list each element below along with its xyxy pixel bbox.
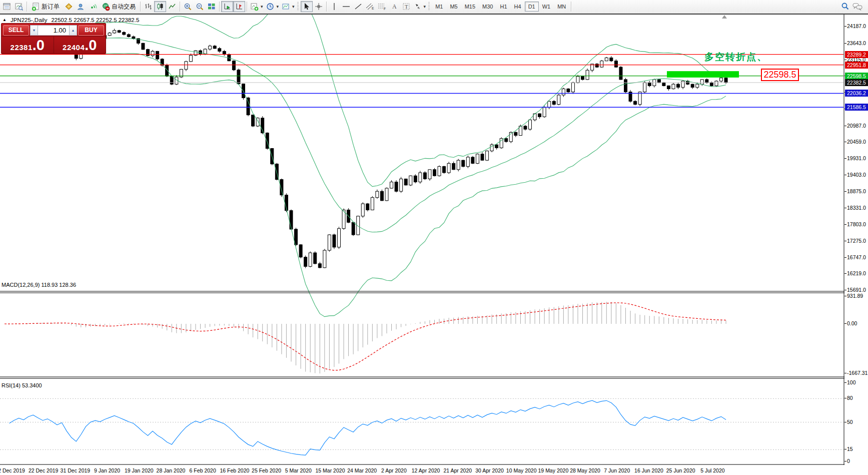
macd-tick-label: 0.00 <box>847 320 857 326</box>
sell-price-pips: .0 <box>33 38 45 53</box>
rsi-label: RSI(14) 53.3400 <box>2 382 42 388</box>
vertical-line-button[interactable] <box>328 1 340 12</box>
price-box-annotation[interactable]: 22598.5 <box>761 69 799 81</box>
toolbar-separator <box>180 2 180 12</box>
timeframe-button-m1[interactable]: M1 <box>432 2 446 12</box>
buy-price-button[interactable]: 22404 .0 <box>54 37 106 53</box>
timeframe-button-h1[interactable]: H1 <box>497 2 511 12</box>
market-watch-icon[interactable] <box>63 1 75 12</box>
rsi-tick-label: 15 <box>847 446 853 452</box>
date-tick-label: 7 Jun 2020 <box>604 467 630 473</box>
collapse-panel-icon[interactable]: ▲ <box>3 18 7 23</box>
fibonacci-button[interactable]: F <box>376 1 388 12</box>
zoom-out-icon[interactable] <box>194 1 206 12</box>
date-tick-label: 21 Apr 2020 <box>443 467 472 473</box>
price-tick-label: 16747.0 <box>847 254 866 260</box>
timeframe-button-m5[interactable]: M5 <box>446 2 461 12</box>
volume-down-button[interactable]: ▼ <box>30 25 38 36</box>
volume-up-button[interactable]: ▲ <box>69 25 77 36</box>
signals-icon[interactable] <box>87 1 99 12</box>
price-tick-label: 19931.0 <box>847 155 866 161</box>
date-tick-label: 15 Mar 2020 <box>316 467 345 473</box>
timeframe-button-m30[interactable]: M30 <box>479 2 496 12</box>
date-tick-label: 30 Apr 2020 <box>475 467 504 473</box>
chart-shift-button[interactable] <box>233 1 245 12</box>
chevron-down-icon: ▾ <box>292 4 295 9</box>
turning-point-annotation[interactable]: 多空转折点、 <box>704 51 767 64</box>
date-tick-label: 12 Apr 2020 <box>412 467 440 473</box>
new-order-label: 新订单 <box>42 3 60 11</box>
new-chart-button[interactable]: ▾ <box>249 1 265 12</box>
date-tick-label: 28 Jan 2020 <box>157 467 186 473</box>
price-badge: 22382.5 <box>845 79 868 86</box>
time-axis[interactable]: 2 Dec 201922 Dec 201931 Dec 20199 Jan 20… <box>0 465 844 475</box>
toolbar-separator <box>571 2 571 12</box>
macd-tick-label: -1667.31 <box>847 370 867 376</box>
chevron-down-icon: ▾ <box>424 4 426 9</box>
svg-text:A: A <box>392 3 397 10</box>
toolbar-separator <box>27 2 27 12</box>
chat-icon[interactable] <box>851 1 864 12</box>
price-chart[interactable] <box>0 15 844 465</box>
buy-button[interactable]: BUY <box>78 25 104 36</box>
date-tick-label: 25 Feb 2020 <box>252 467 281 473</box>
new-order-button[interactable]: 新订单 <box>29 1 63 12</box>
date-tick-label: 19 May 2020 <box>538 467 569 473</box>
autotrading-button[interactable]: 自动交易 <box>99 1 139 12</box>
symbol-bar: ▲ JPN225-,Daily 22502.5 22657.5 22252.5 … <box>3 17 139 23</box>
new-window-icon[interactable] <box>1 1 13 12</box>
text-label-button[interactable]: T <box>400 1 412 12</box>
zoom-in-icon[interactable] <box>182 1 194 12</box>
price-tick-label: 17803.0 <box>847 221 866 227</box>
one-click-trade-panel: SELL ▼ 1.00 ▲ BUY 22381 .0 22404 .0 <box>1 23 106 54</box>
autoscroll-button[interactable] <box>221 1 233 12</box>
crosshair-button[interactable] <box>313 1 325 12</box>
arrows-button[interactable]: ▾ <box>412 1 428 12</box>
sell-button[interactable]: SELL <box>3 25 29 36</box>
price-badge: 23289.2 <box>845 51 868 58</box>
sell-price-button[interactable]: 22381 .0 <box>2 37 54 53</box>
chevron-down-icon: ▾ <box>261 4 263 9</box>
line-chart-type-icon[interactable] <box>166 1 178 12</box>
tile-windows-icon[interactable] <box>206 1 218 12</box>
bar-chart-type-icon[interactable] <box>142 1 154 12</box>
date-tick-label: 5 Mar 2020 <box>285 467 312 473</box>
date-tick-label: 31 Dec 2019 <box>61 467 91 473</box>
date-tick-label: 2 Apr 2020 <box>381 467 407 473</box>
equidistant-channel-button[interactable]: E <box>364 1 376 12</box>
price-axis[interactable]: 24187.023643.023115.022587.022059.021531… <box>844 15 868 465</box>
timeframe-button-h4[interactable]: H4 <box>511 2 525 12</box>
community-icon[interactable] <box>75 1 87 12</box>
text-button[interactable]: A <box>388 1 400 12</box>
timeframe-button-mn[interactable]: MN <box>554 2 569 12</box>
cursor-button[interactable] <box>301 1 313 12</box>
rsi-tick-label: 100 <box>847 379 856 385</box>
toolbar-separator <box>219 2 220 12</box>
periods-clock-button[interactable]: ▾ <box>265 1 281 12</box>
volume-field[interactable]: 1.00 <box>38 25 69 36</box>
price-tick-label: 24187.0 <box>847 23 866 29</box>
symbol-ohlc: 22502.5 22657.5 22252.5 22382.5 <box>51 17 139 23</box>
date-tick-label: 25 Jun 2020 <box>666 467 695 473</box>
chart-profile-button[interactable]: ▾ <box>280 1 296 12</box>
horizontal-line-button[interactable] <box>340 1 352 12</box>
timeframe-button-m15[interactable]: M15 <box>461 2 479 12</box>
timeframe-button-d1[interactable]: D1 <box>525 2 539 12</box>
timeframe-button-w1[interactable]: W1 <box>539 2 554 12</box>
price-tick-label: 20987.0 <box>847 123 866 129</box>
candlestick-type-icon[interactable] <box>154 1 166 12</box>
price-tick-label: 18331.0 <box>847 205 866 211</box>
rsi-tick-label: 0 <box>847 458 850 464</box>
svg-text:F: F <box>384 7 386 11</box>
search-icon[interactable] <box>839 1 851 12</box>
date-tick-label: 24 Mar 2020 <box>347 467 377 473</box>
profiles-icon[interactable] <box>13 1 25 12</box>
toolbar-separator <box>326 2 327 12</box>
chart-shift-marker[interactable] <box>722 15 727 19</box>
toolbar-grip <box>297 2 299 11</box>
price-badge: 21586.5 <box>845 104 868 111</box>
toolbar-grip <box>428 2 430 11</box>
rsi-tick-label: 50 <box>847 419 853 425</box>
price-tick-label: 16219.0 <box>847 270 866 276</box>
trendline-button[interactable] <box>352 1 364 12</box>
